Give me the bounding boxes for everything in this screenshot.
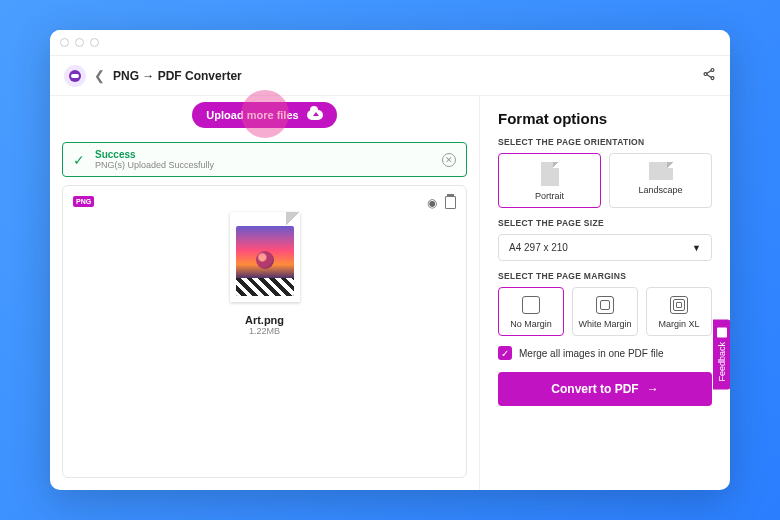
feedback-icon [717,328,727,338]
orientation-portrait-option[interactable]: Portrait [498,153,601,208]
margin-xl-option[interactable]: Margin XL [646,287,712,336]
format-options-panel: Format options SELECT THE PAGE ORIENTATI… [480,96,730,490]
thumbnail-image [236,226,294,296]
upload-button-label: Upload more files [206,109,298,121]
page-landscape-icon [649,162,673,180]
window-dot-icon[interactable] [90,38,99,47]
arrow-right-icon: → [142,69,154,83]
option-label: No Margin [510,319,552,329]
merge-label: Merge all images in one PDF file [519,348,664,359]
preview-icon[interactable] [427,196,437,210]
file-card: PNG Art.png 1.22MB [62,185,467,478]
trash-icon[interactable] [445,196,456,209]
file-size: 1.22MB [73,326,456,336]
window-titlebar [50,30,730,56]
upload-more-files-button[interactable]: Upload more files [192,102,336,128]
white-margin-icon [596,296,614,314]
success-text: Success PNG(s) Uploaded Succesfully [95,149,214,170]
file-actions [427,196,456,210]
file-type-badge: PNG [73,196,94,207]
option-label: Margin XL [658,319,699,329]
chevron-down-icon: ▼ [692,243,701,253]
margin-none-option[interactable]: No Margin [498,287,564,336]
file-name: Art.png [73,314,456,326]
margins-label: SELECT THE PAGE MARGINS [498,271,712,281]
success-title: Success [95,149,214,160]
file-thumbnail[interactable] [230,212,300,302]
app-window: ❮ PNG → PDF Converter Upload more files … [50,30,730,490]
orientation-options: Portrait Landscape [498,153,712,208]
back-chevron-icon[interactable]: ❮ [94,68,105,83]
window-dot-icon[interactable] [60,38,69,47]
convert-to-pdf-button[interactable]: Convert to PDF → [498,372,712,406]
checkbox-checked-icon: ✓ [498,346,512,360]
merge-checkbox-row[interactable]: ✓ Merge all images in one PDF file [498,346,712,360]
option-label: Portrait [535,191,564,201]
margin-white-option[interactable]: White Margin [572,287,638,336]
breadcrumb-from: PNG [113,69,139,83]
orientation-landscape-option[interactable]: Landscape [609,153,712,208]
success-subtitle: PNG(s) Uploaded Succesfully [95,160,214,170]
option-label: Landscape [638,185,682,195]
svg-line-3 [707,71,712,74]
orientation-label: SELECT THE PAGE ORIENTATION [498,137,712,147]
success-banner: ✓ Success PNG(s) Uploaded Succesfully ✕ [62,142,467,177]
pagesize-label: SELECT THE PAGE SIZE [498,218,712,228]
pagesize-select[interactable]: A4 297 x 210 ▼ [498,234,712,261]
feedback-label: Feedback [717,342,727,382]
upload-bar: Upload more files [50,102,479,136]
checkmark-icon: ✓ [73,152,85,168]
breadcrumb: PNG → PDF Converter [113,69,242,83]
convert-label: Convert to PDF [551,382,638,396]
share-icon[interactable] [702,67,716,84]
close-icon[interactable]: ✕ [442,153,456,167]
arrow-right-icon: → [647,382,659,396]
margin-xl-icon [670,296,688,314]
no-margin-icon [522,296,540,314]
option-label: White Margin [578,319,631,329]
cloud-upload-icon [307,110,323,120]
pagesize-value: A4 297 x 210 [509,242,568,253]
dogear-icon [286,212,300,226]
margin-options: No Margin White Margin Margin XL [498,287,712,336]
main-content: Upload more files ✓ Success PNG(s) Uploa… [50,96,730,490]
feedback-tab[interactable]: Feedback [713,320,730,390]
app-logo-icon[interactable] [64,65,86,87]
toolbar: ❮ PNG → PDF Converter [50,56,730,96]
window-dot-icon[interactable] [75,38,84,47]
breadcrumb-to: PDF Converter [158,69,242,83]
section-title: Format options [498,110,712,127]
left-panel: Upload more files ✓ Success PNG(s) Uploa… [50,96,480,490]
svg-line-4 [707,75,712,78]
page-portrait-icon [541,162,559,186]
